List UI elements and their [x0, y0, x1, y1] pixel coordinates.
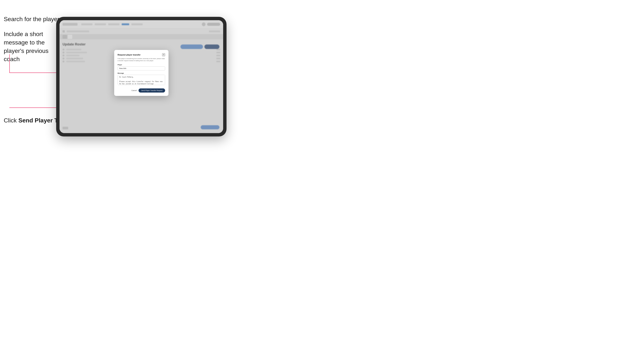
modal-overlay: Request player transfer ✕ If the player … — [60, 20, 223, 133]
modal-title: Request player transfer — [118, 54, 140, 56]
app-background: Update Roster — [60, 20, 223, 133]
tablet-device: Update Roster — [56, 17, 226, 137]
modal-description: If the player is transferring from anoth… — [118, 58, 165, 62]
player-label: Player — [118, 64, 165, 66]
annotation-search-text: Search for the player. — [4, 15, 61, 23]
arrow-line-vertical-1 — [9, 54, 10, 73]
message-label: Message — [118, 72, 165, 74]
cancel-button[interactable]: Cancel — [132, 90, 137, 91]
modal-actions: Cancel Send Player Transfer Request — [118, 88, 165, 93]
send-transfer-request-button[interactable]: Send Player Transfer Request — [138, 88, 165, 93]
message-textarea[interactable]: Hi Coach McHarg, Please accept this tran… — [118, 75, 165, 85]
modal-close-button[interactable]: ✕ — [162, 53, 165, 56]
modal-header: Request player transfer ✕ — [118, 53, 165, 56]
transfer-modal: Request player transfer ✕ If the player … — [114, 50, 168, 96]
annotation-message-text: Include a short message to the player's … — [4, 30, 56, 63]
player-input[interactable] — [118, 66, 165, 70]
tablet-screen: Update Roster — [60, 20, 223, 133]
